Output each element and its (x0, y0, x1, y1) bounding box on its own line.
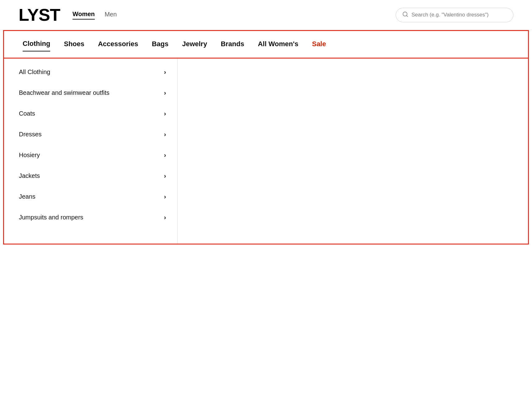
list-item-jackets[interactable]: Jackets › (4, 165, 177, 186)
list-item-jumpsuits[interactable]: Jumpsuits and rompers › (4, 207, 177, 228)
list-item-label: Hosiery (19, 152, 40, 159)
list-item-jeans[interactable]: Jeans › (4, 186, 177, 207)
nav-item-men[interactable]: Men (105, 11, 117, 19)
list-item-dresses[interactable]: Dresses › (4, 124, 177, 145)
chevron-right-icon: › (164, 131, 166, 138)
list-item-beachwear[interactable]: Beachwear and swimwear outfits › (4, 82, 177, 103)
list-item-label: Jumpsuits and rompers (19, 214, 83, 221)
list-item-all-clothing[interactable]: All Clothing › (4, 62, 177, 82)
list-item-hosiery[interactable]: Hosiery › (4, 145, 177, 165)
nav-item-women[interactable]: Women (73, 11, 95, 20)
chevron-right-icon: › (164, 110, 166, 117)
clothing-list: All Clothing › Beachwear and swimwear ou… (4, 59, 178, 244)
svg-line-1 (407, 15, 408, 16)
chevron-right-icon: › (164, 214, 166, 221)
cat-item-jewelry[interactable]: Jewelry (182, 40, 207, 51)
chevron-right-icon: › (164, 172, 166, 179)
cat-item-brands[interactable]: Brands (221, 40, 244, 51)
cat-item-all-womens[interactable]: All Women's (258, 40, 298, 51)
list-item-coats[interactable]: Coats › (4, 103, 177, 124)
right-panel (178, 59, 528, 244)
cat-item-bags[interactable]: Bags (152, 40, 169, 51)
chevron-right-icon: › (164, 152, 166, 159)
list-item-label: Jackets (19, 172, 40, 179)
chevron-right-icon: › (164, 89, 166, 96)
list-item-label: All Clothing (19, 68, 50, 76)
site-header: LYST Women Men (0, 0, 532, 30)
search-input[interactable] (411, 12, 507, 18)
category-nav: Clothing Shoes Accessories Bags Jewelry … (3, 30, 529, 59)
chevron-right-icon: › (164, 68, 166, 76)
list-item-label: Dresses (19, 131, 42, 138)
main-nav: Women Men (73, 11, 117, 20)
list-item-label: Jeans (19, 193, 35, 200)
logo[interactable]: LYST (19, 6, 60, 24)
cat-item-shoes[interactable]: Shoes (64, 40, 84, 51)
dropdown-panel: All Clothing › Beachwear and swimwear ou… (3, 59, 529, 245)
cat-item-sale[interactable]: Sale (312, 40, 326, 51)
list-item-label: Coats (19, 110, 35, 117)
search-icon (402, 11, 408, 19)
cat-item-clothing[interactable]: Clothing (23, 40, 50, 51)
search-bar[interactable] (396, 8, 513, 22)
cat-item-accessories[interactable]: Accessories (98, 40, 138, 51)
list-item-label: Beachwear and swimwear outfits (19, 89, 109, 96)
chevron-right-icon: › (164, 193, 166, 200)
